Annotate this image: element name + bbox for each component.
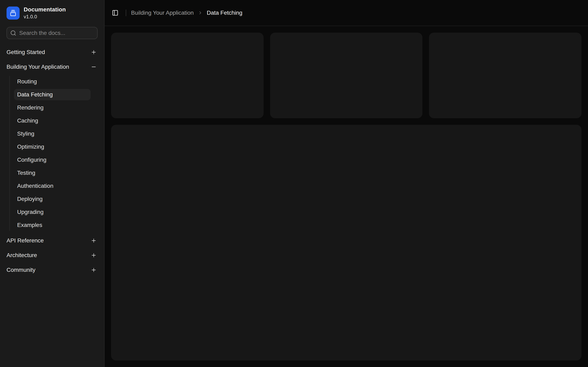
breadcrumb-parent-link[interactable]: Building Your Application (131, 9, 194, 16)
sidebar-item-authentication[interactable]: Authentication (14, 180, 91, 192)
sidebar-item-examples[interactable]: Examples (14, 219, 91, 231)
section-label: Building Your Application (7, 64, 69, 70)
main-area: Building Your Application Data Fetching (104, 0, 588, 367)
breadcrumb-current-page: Data Fetching (207, 9, 242, 16)
plus-icon (91, 49, 97, 55)
sidebar-item-deploying[interactable]: Deploying (14, 193, 91, 205)
sidebar-header[interactable]: Documentation v1.0.0 (0, 7, 104, 20)
breadcrumb: Building Your Application Data Fetching (131, 9, 242, 16)
plus-icon (91, 252, 97, 258)
app-title-block: Documentation v1.0.0 (24, 7, 66, 19)
plus-icon (91, 238, 97, 244)
sidebar-section-getting-started[interactable]: Getting Started (0, 46, 104, 59)
placeholder-card (429, 33, 581, 118)
minus-icon (91, 64, 97, 70)
placeholder-card (111, 33, 264, 118)
section-label: Getting Started (7, 49, 45, 55)
app-window: Documentation v1.0.0 Getting Started Bui… (0, 0, 588, 367)
sidebar-item-optimizing[interactable]: Optimizing (14, 141, 91, 152)
sidebar-toggle-button[interactable] (109, 7, 121, 18)
sidebar-section-community[interactable]: Community (0, 263, 104, 276)
sidebar-item-rendering[interactable]: Rendering (14, 102, 91, 113)
placeholder-panel (111, 125, 581, 360)
section-label: Architecture (7, 252, 37, 259)
sidebar-item-routing[interactable]: Routing (14, 76, 91, 87)
panel-left-icon (112, 9, 118, 16)
app-version: v1.0.0 (24, 14, 66, 19)
search-container (7, 27, 98, 39)
sidebar-item-data-fetching[interactable]: Data Fetching (14, 89, 91, 100)
sidebar-section-api-reference[interactable]: API Reference (0, 234, 104, 247)
vertical-divider (126, 9, 126, 16)
placeholder-card (270, 33, 423, 118)
placeholder-card-row (111, 33, 581, 118)
plus-icon (91, 267, 97, 273)
sidebar-nav: Getting Started Building Your Applicatio… (0, 46, 104, 278)
sidebar-submenu: Routing Data Fetching Rendering Caching … (9, 76, 91, 231)
app-title: Documentation (24, 7, 66, 13)
sidebar-section-architecture[interactable]: Architecture (0, 249, 104, 262)
chevron-right-icon (198, 10, 203, 15)
page-content (104, 26, 588, 367)
sidebar-item-configuring[interactable]: Configuring (14, 154, 91, 166)
sidebar: Documentation v1.0.0 Getting Started Bui… (0, 0, 104, 367)
top-bar: Building Your Application Data Fetching (104, 0, 588, 26)
search-input[interactable] (7, 27, 98, 39)
sidebar-item-caching[interactable]: Caching (14, 115, 91, 126)
sidebar-item-upgrading[interactable]: Upgrading (14, 206, 91, 218)
sidebar-section-building-your-application[interactable]: Building Your Application (0, 60, 104, 73)
section-label: API Reference (7, 237, 44, 244)
sidebar-item-styling[interactable]: Styling (14, 128, 91, 140)
section-label: Community (7, 267, 35, 273)
app-logo (7, 7, 20, 20)
gallery-vertical-end-icon (10, 10, 16, 16)
sidebar-item-testing[interactable]: Testing (14, 167, 91, 179)
